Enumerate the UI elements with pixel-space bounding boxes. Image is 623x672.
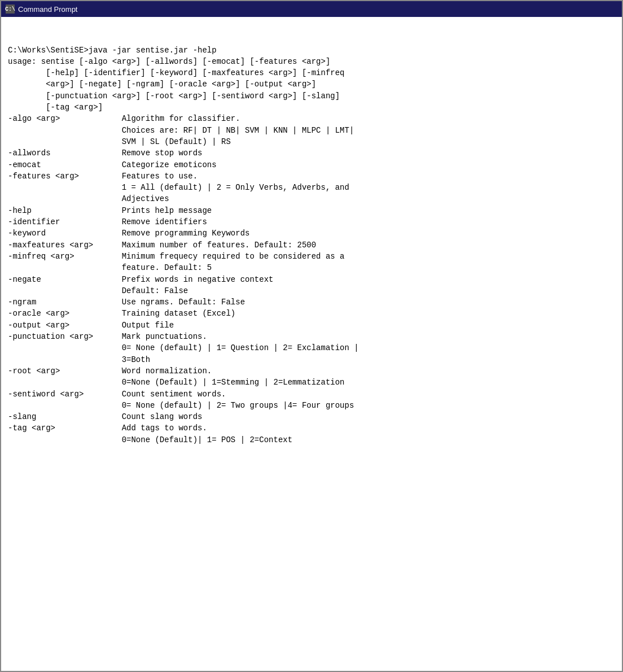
terminal-line: Adjectives [8,193,615,204]
title-bar: C:\ Command Prompt [1,1,622,17]
terminal-line: -negate Prefix words in negative context [8,274,615,285]
terminal-line: -root <arg> Word normalization. [8,365,615,377]
terminal-line: -minfreq <arg> Minimum frequecy required… [8,251,615,262]
terminal-line: feature. Default: 5 [8,262,615,273]
terminal-line: -emocat Categorize emoticons [8,159,615,171]
command-prompt-window: C:\ Command Prompt C:\Works\SentiSE>java… [0,0,623,672]
terminal-line: -sentiword <arg> Count sentiment words. [8,389,615,400]
terminal-line: 0= None (default) | 2= Two groups |4= Fo… [8,400,615,411]
terminal-line: Choices are: RF| DT | NB| SVM | KNN | ML… [8,125,615,136]
terminal-line: -help Prints help message [8,205,615,216]
terminal-body[interactable]: C:\Works\SentiSE>java -jar sentise.jar -… [1,17,622,671]
terminal-line: 3=Both [8,354,615,365]
terminal-line: [-help] [-identifier] [-keyword] [-maxfe… [8,67,615,78]
terminal-line: 1 = All (default) | 2 = Only Verbs, Adve… [8,182,615,193]
terminal-line: SVM | SL (Default) | RS [8,136,615,147]
terminal-line: [-punctuation <arg>] [-root <arg>] [-sen… [8,90,615,102]
terminal-line: 0=None (Default) | 1=Stemming | 2=Lemmat… [8,377,615,388]
terminal-line: -punctuation <arg> Mark punctuations. [8,331,615,342]
terminal-line: [-tag <arg>] [8,102,615,113]
terminal-line: -output <arg> Output file [8,320,615,331]
terminal-line: -allwords Remove stop words [8,147,615,159]
terminal-line: -ngram Use ngrams. Default: False [8,296,615,308]
terminal-line: -identifier Remove identifiers [8,216,615,228]
terminal-line: -tag <arg> Add tags to words. [8,422,615,434]
terminal-line: usage: sentise [-algo <arg>] [-allwords]… [8,56,615,67]
terminal-line: Default: False [8,285,615,296]
terminal-line: -slang Count slang words [8,411,615,422]
terminal-line: -features <arg> Features to use. [8,171,615,182]
terminal-line: <arg>] [-negate] [-ngram] [-oracle <arg>… [8,78,615,90]
window-title: Command Prompt [18,5,77,14]
terminal-line: -algo <arg> Algorithm for classifier. [8,113,615,124]
terminal-line: 0= None (default) | 1= Question | 2= Exc… [8,342,615,354]
window-icon: C:\ [6,5,15,14]
terminal-line: -maxfeatures <arg> Maximum number of fea… [8,239,615,251]
terminal-line: C:\Works\SentiSE>java -jar sentise.jar -… [8,45,615,56]
terminal-line: -keyword Remove programming Keywords [8,228,615,239]
terminal-line: -oracle <arg> Training dataset (Excel) [8,308,615,319]
terminal-line: 0=None (Default)| 1= POS | 2=Context [8,434,615,446]
